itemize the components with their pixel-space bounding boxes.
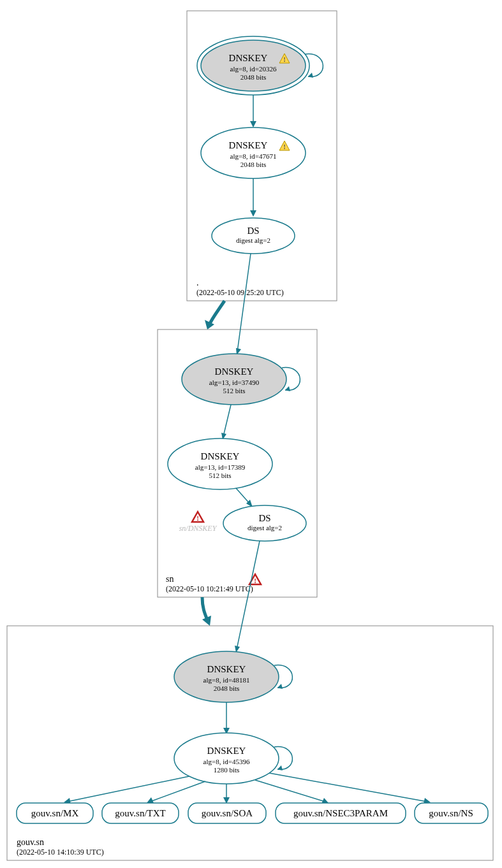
svg-marker-29 (147, 797, 154, 803)
dnssec-graph: . (2022-05-10 09:25:20 UTC) DNSKEY alg=8… (0, 0, 502, 868)
edge (223, 405, 231, 437)
sn-ksk-node: DNSKEY alg=13, id=37490 512 bits (182, 354, 286, 405)
zone-root-label: . (196, 278, 199, 287)
gouv-ksk-bits: 2048 bits (214, 684, 240, 692)
zone-root-date: (2022-05-10 09:25:20 UTC) (196, 288, 284, 297)
gouv-zsk-bits: 1280 bits (214, 766, 240, 774)
sn-ds-node: DS digest alg=2 (223, 505, 306, 541)
root-zsk-title: DNSKEY (229, 140, 268, 150)
gouv-zsk-title: DNSKEY (207, 746, 246, 756)
gouv-ksk-alg: alg=8, id=48181 (203, 676, 250, 684)
record-mx-text: gouv.sn/MX (31, 808, 79, 818)
zone-sn-date: (2022-05-10 10:21:49 UTC) (166, 584, 253, 593)
error-icon: ! (192, 512, 203, 522)
svg-point-10 (212, 218, 295, 254)
edge (237, 254, 251, 352)
record-soa-text: gouv.sn/SOA (202, 808, 253, 818)
sn-zsk-alg: alg=13, id=17389 (195, 463, 246, 471)
gouv-ksk-node: DNSKEY alg=8, id=48181 2048 bits (174, 651, 279, 702)
root-ksk-alg: alg=8, id=20326 (230, 65, 277, 73)
root-ksk-bits: 2048 bits (240, 73, 267, 81)
zone-gouv-label: gouv.sn (17, 837, 44, 847)
sn-ds-title: DS (258, 513, 270, 523)
gouv-zsk-node: DNSKEY alg=8, id=45396 1280 bits (174, 733, 279, 784)
svg-marker-9 (250, 210, 256, 217)
root-ds-sub: digest alg=2 (236, 236, 270, 244)
svg-text:!: ! (283, 55, 286, 63)
svg-text:DNSKEY: DNSKEY (229, 53, 268, 63)
sn-ksk-bits: 512 bits (223, 387, 245, 394)
edge (150, 781, 205, 802)
record-txt-text: gouv.sn/TXT (115, 808, 165, 818)
root-ds-node: DS digest alg=2 (212, 218, 295, 254)
root-ksk-node: DNSKEY alg=8, id=20326 2048 bits (197, 36, 309, 95)
root-ds-title: DS (247, 226, 259, 236)
svg-marker-5 (250, 121, 256, 127)
record-ns-text: gouv.sn/NS (429, 808, 473, 818)
svg-point-19 (223, 505, 306, 541)
root-ksk-title: DNSKEY (229, 53, 268, 63)
edge (255, 780, 325, 802)
root-zsk-bits: 2048 bits (240, 161, 267, 168)
record-nsec3-text: gouv.sn/NSEC3PARAM (293, 808, 388, 818)
svg-text:!: ! (196, 514, 199, 522)
svg-text:!: ! (254, 577, 256, 584)
edge (237, 541, 260, 649)
svg-text:DNSKEY: DNSKEY (229, 140, 268, 150)
sn-zsk-node: DNSKEY alg=13, id=17389 512 bits (168, 438, 272, 489)
zone-sn-label: sn (166, 574, 173, 584)
gouv-zsk-alg: alg=8, id=45396 (203, 758, 250, 765)
gouv-ksk-title: DNSKEY (207, 664, 246, 674)
sn-zsk-bits: 512 bits (209, 472, 231, 479)
zone-gouv-date: (2022-05-10 14:10:39 UTC) (17, 848, 104, 857)
svg-text:!: ! (283, 143, 286, 150)
sn-ksk-alg: alg=13, id=37490 (209, 379, 260, 386)
sn-ds-sub: digest alg=2 (247, 524, 282, 532)
edge (67, 776, 189, 802)
sn-ksk-title: DNSKEY (215, 366, 254, 377)
edge (269, 773, 427, 802)
root-zsk-alg: alg=8, id=47671 (230, 152, 277, 160)
root-zsk-node: DNSKEY alg=8, id=47671 2048 bits (201, 127, 306, 178)
sn-zsk-title: DNSKEY (201, 451, 240, 461)
zone-edge (209, 301, 225, 325)
sn-ghost-dnskey: sn/DNSKEY (179, 524, 218, 533)
